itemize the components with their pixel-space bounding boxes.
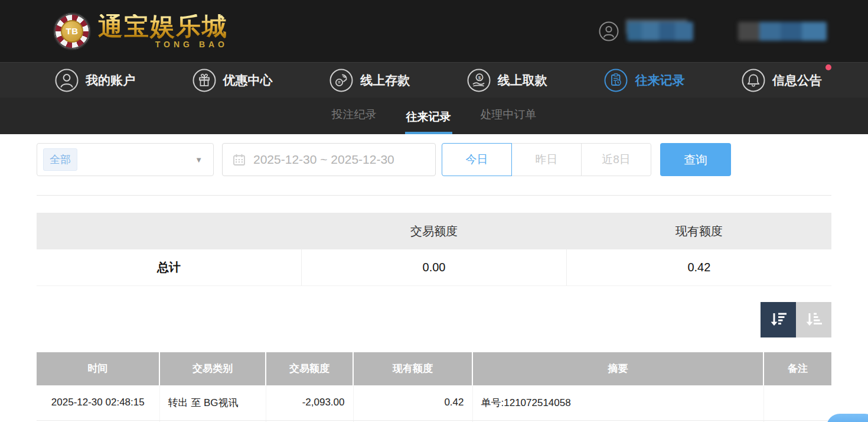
withdraw-icon: $ — [466, 68, 491, 93]
nav-item-deposit[interactable]: 线上存款 — [329, 68, 410, 93]
summary-header-empty — [37, 213, 302, 249]
summary-header-transaction-amount: 交易额度 — [302, 213, 567, 249]
record-type: 转出 至 BG视讯 — [159, 385, 266, 421]
record-time: 2025-12-30 02:48:15 — [37, 385, 159, 421]
brand-name-cn: 通宝娱乐城 — [98, 14, 228, 39]
user-area — [599, 21, 827, 41]
main-navigation: 我的账户 优惠中心 线上存款 — [0, 62, 868, 98]
records-header-row: 时间 交易类别 交易额度 现有额度 摘要 备注 — [37, 352, 831, 385]
poker-chip-icon: TB — [53, 12, 91, 50]
quick-date-buttons: 今日 昨日 近8日 — [442, 143, 651, 176]
subnav-tabs: 投注纪录 往来记录 处理中订单 — [0, 98, 868, 134]
record-balance: 0.42 — [353, 385, 472, 421]
brand-name-en: TONG BAO — [98, 40, 228, 48]
nav-item-my-account[interactable]: 我的账户 — [54, 68, 135, 93]
deposit-icon — [329, 68, 354, 93]
record-amount: -2,093.00 — [266, 385, 353, 421]
sort-ascending-button[interactable] — [796, 302, 831, 337]
summary-total-label: 总计 — [37, 249, 302, 285]
summary-transaction-amount-value: 0.00 — [302, 249, 567, 285]
query-button[interactable]: 查询 — [660, 143, 731, 176]
selected-type-chip[interactable]: 全部 — [43, 148, 77, 171]
svg-text:$: $ — [478, 75, 481, 80]
nav-label: 优惠中心 — [223, 72, 273, 89]
user-icon — [54, 68, 79, 93]
tab-betting-records[interactable]: 投注纪录 — [331, 107, 378, 134]
section-divider — [37, 195, 831, 196]
nav-item-withdraw[interactable]: $ 线上取款 — [466, 68, 547, 93]
main-content: 全部 ▼ 2025-12-30 ~ 2025-12-30 今日 昨日 — [0, 134, 868, 422]
masked-username — [627, 22, 693, 41]
user-avatar-icon[interactable] — [599, 21, 619, 41]
customer-service-float-button[interactable] — [827, 414, 868, 422]
nav-label: 信息公告 — [772, 72, 822, 89]
gift-icon — [192, 68, 217, 93]
type-filter-dropdown[interactable]: 全部 ▼ — [37, 143, 214, 176]
notification-badge — [825, 64, 831, 70]
col-header-balance: 现有额度 — [353, 352, 472, 385]
summary-table: 交易额度 现有额度 总计 0.00 0.42 — [37, 213, 831, 286]
tab-transaction-records[interactable]: 往来记录 — [405, 109, 452, 134]
nav-label: 往来记录 — [635, 72, 684, 89]
sort-controls — [37, 302, 831, 337]
col-header-type: 交易类别 — [159, 352, 266, 385]
sort-descending-button[interactable] — [761, 302, 796, 337]
table-row: 2025-12-30 02:48:15 转出 至 BG视讯 -2,093.00 … — [37, 385, 831, 421]
yesterday-button[interactable]: 昨日 — [511, 143, 582, 176]
nav-label: 我的账户 — [86, 72, 135, 89]
page: TB 通宝娱乐城 TONG BAO 我的账户 — [0, 0, 868, 422]
bell-icon — [741, 68, 766, 93]
date-range-value: 2025-12-30 ~ 2025-12-30 — [253, 152, 394, 167]
chip-label: TB — [61, 20, 83, 43]
summary-header-current-balance: 现有额度 — [566, 213, 831, 249]
calendar-icon — [232, 152, 246, 167]
tab-processing-orders[interactable]: 处理中订单 — [479, 107, 538, 134]
summary-current-balance-value: 0.42 — [566, 249, 831, 285]
last-8-days-button[interactable]: 近8日 — [581, 143, 651, 176]
col-header-summary: 摘要 — [472, 352, 763, 385]
summary-total-row: 总计 0.00 0.42 — [37, 249, 831, 285]
col-header-amount: 交易额度 — [266, 352, 353, 385]
brand-logo[interactable]: TB 通宝娱乐城 TONG BAO — [53, 12, 228, 50]
nav-item-announcements[interactable]: 信息公告 — [741, 68, 822, 93]
col-header-remark: 备注 — [763, 352, 831, 385]
summary-header-row: 交易额度 现有额度 — [37, 213, 831, 249]
today-button[interactable]: 今日 — [442, 143, 512, 176]
top-header: TB 通宝娱乐城 TONG BAO — [0, 0, 868, 62]
nav-item-transaction-records[interactable]: 往来记录 — [603, 68, 684, 93]
col-header-time: 时间 — [37, 352, 159, 385]
sort-descending-icon — [768, 309, 789, 330]
nav-label: 线上取款 — [498, 72, 547, 89]
records-icon — [603, 68, 628, 93]
nav-item-promotions[interactable]: 优惠中心 — [192, 68, 273, 93]
masked-balance — [738, 22, 827, 41]
sort-ascending-icon — [803, 309, 824, 330]
nav-label: 线上存款 — [360, 72, 410, 89]
records-table: 时间 交易类别 交易额度 现有额度 摘要 备注 2025-12-30 02:48… — [37, 352, 831, 422]
date-range-input[interactable]: 2025-12-30 ~ 2025-12-30 — [222, 143, 436, 176]
filter-bar: 全部 ▼ 2025-12-30 ~ 2025-12-30 今日 昨日 — [37, 143, 831, 176]
record-remark — [763, 385, 831, 421]
record-summary: 单号:121072514058 — [472, 385, 763, 421]
brand-name: 通宝娱乐城 TONG BAO — [98, 14, 228, 48]
chevron-down-icon: ▼ — [195, 155, 203, 164]
